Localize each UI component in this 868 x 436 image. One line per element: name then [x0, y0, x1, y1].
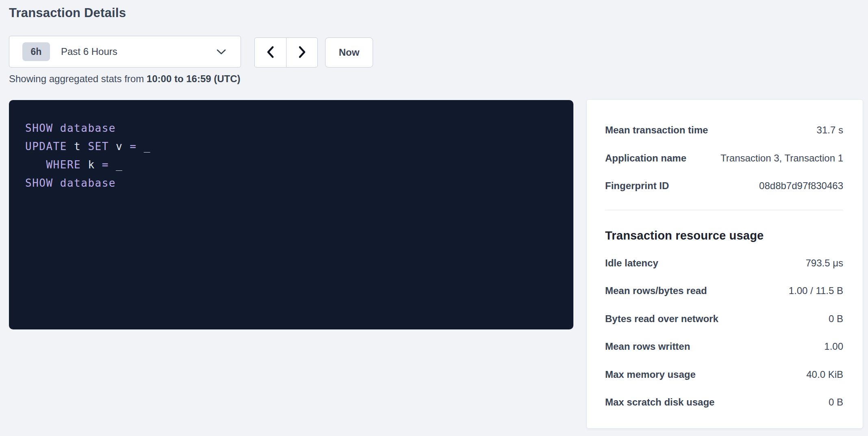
chevron-left-icon [265, 45, 276, 60]
sql-token-ident: k [81, 159, 102, 171]
subtitle-prefix: Showing aggregated stats from [9, 73, 147, 84]
detail-row: Max memory usage40.0 KiB [605, 361, 843, 389]
sql-token-ident: _ [109, 159, 123, 171]
summary-rows: Mean transaction time31.7 sApplication n… [605, 116, 843, 200]
time-controls: 6h Past 6 Hours [9, 36, 373, 68]
time-range-label: Past 6 Hours [61, 46, 216, 57]
sql-token-ident: t [67, 140, 88, 153]
detail-row-value: 0 B [829, 397, 843, 408]
chevron-down-icon [216, 48, 227, 55]
detail-row: Application nameTransaction 3, Transacti… [605, 144, 843, 172]
detail-row: Mean rows written1.00 [605, 333, 843, 361]
page-title: Transaction Details [9, 6, 126, 20]
sql-line: SHOW database [25, 119, 557, 137]
detail-row-label: Mean rows written [605, 341, 690, 352]
detail-row-value: Transaction 3, Transaction 1 [720, 153, 843, 164]
detail-row: Mean transaction time31.7 s [605, 116, 843, 144]
detail-row-value: 08d8b7d97f830463 [759, 180, 843, 192]
now-button[interactable]: Now [325, 37, 373, 68]
detail-row-label: Max scratch disk usage [605, 397, 714, 408]
sql-token-keyword: SHOW database [25, 177, 116, 189]
sql-token-ident: _ [137, 140, 150, 153]
subtitle-time-range: 10:00 to 16:59 (UTC) [147, 73, 241, 84]
detail-row-value: 1.00 [824, 341, 843, 352]
detail-row: Max scratch disk usage0 B [605, 388, 843, 416]
sql-token-keyword: = [102, 159, 109, 171]
detail-row-value: 0 B [829, 313, 843, 325]
time-range-badge: 6h [22, 42, 50, 61]
detail-row-label: Application name [605, 153, 686, 164]
aggregated-stats-subtitle: Showing aggregated stats from 10:00 to 1… [9, 73, 241, 85]
sql-token-keyword: SET [88, 140, 108, 153]
resource-usage-section-title: Transaction resource usage [605, 228, 843, 243]
transaction-summary-panel: Mean transaction time31.7 sApplication n… [586, 99, 863, 429]
detail-row-label: Max memory usage [605, 369, 696, 380]
detail-row-value: 793.5 μs [805, 257, 843, 269]
sql-token-ident [25, 159, 46, 171]
resource-usage-rows: Idle latency793.5 μsMean rows/bytes read… [605, 249, 843, 416]
sql-token-keyword: = [130, 140, 137, 153]
detail-row: Mean rows/bytes read1.00 / 11.5 B [605, 277, 843, 305]
detail-row: Idle latency793.5 μs [605, 249, 843, 277]
sql-line: WHERE k = _ [25, 156, 557, 174]
sql-token-ident: v [109, 140, 130, 153]
detail-row-value: 40.0 KiB [806, 369, 843, 380]
sql-line: UPDATE t SET v = _ [25, 137, 557, 156]
detail-row-label: Bytes read over network [605, 313, 718, 325]
detail-row: Fingerprint ID08d8b7d97f830463 [605, 172, 843, 200]
detail-row-label: Mean rows/bytes read [605, 285, 707, 296]
sql-token-keyword: SHOW database [25, 122, 116, 134]
sql-statement-box: SHOW databaseUPDATE t SET v = _ WHERE k … [9, 100, 573, 329]
prev-time-button[interactable] [255, 38, 286, 67]
sql-line: SHOW database [25, 174, 557, 192]
detail-row-label: Fingerprint ID [605, 180, 669, 192]
sql-token-keyword: UPDATE [25, 140, 67, 153]
detail-row: Bytes read over network0 B [605, 305, 843, 333]
detail-row-label: Mean transaction time [605, 124, 708, 136]
chevron-right-icon [297, 45, 307, 60]
time-nav-button-group [254, 37, 318, 68]
time-range-dropdown[interactable]: 6h Past 6 Hours [9, 36, 241, 68]
detail-row-value: 31.7 s [817, 124, 843, 136]
detail-row-label: Idle latency [605, 257, 658, 269]
next-time-button[interactable] [286, 38, 317, 67]
sql-token-keyword: WHERE [46, 159, 81, 171]
panel-divider [605, 210, 843, 210]
detail-row-value: 1.00 / 11.5 B [789, 285, 843, 296]
